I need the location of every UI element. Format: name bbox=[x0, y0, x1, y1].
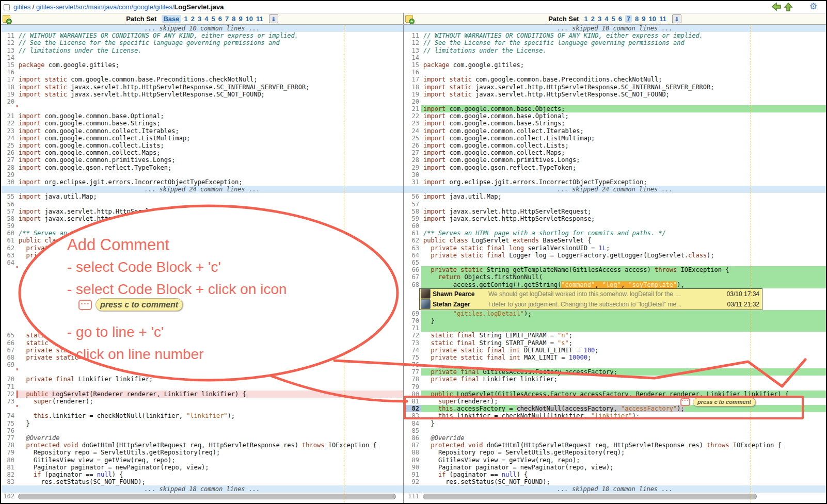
line-number[interactable]: 60 bbox=[404, 222, 421, 230]
line-number[interactable] bbox=[1, 266, 17, 273]
patchset-link[interactable]: 4 bbox=[204, 15, 208, 23]
line-number[interactable]: 18 bbox=[404, 84, 421, 91]
download-patch-icon[interactable] bbox=[269, 14, 278, 23]
patchset-link[interactable]: 5 bbox=[211, 15, 215, 23]
line-number[interactable]: 22 bbox=[404, 112, 421, 120]
patchset-link[interactable]: 3 bbox=[598, 15, 601, 23]
patchset-link[interactable]: 4 bbox=[605, 15, 608, 23]
patchset-link[interactable]: 7 bbox=[225, 15, 229, 23]
breadcrumb-path-link[interactable]: gitiles-servlet/src/main/java/com/google… bbox=[36, 3, 174, 11]
skipped-lines-bar[interactable]: ... skipped 10 common lines ... bbox=[404, 25, 826, 32]
line-number[interactable]: 16 bbox=[1, 69, 17, 76]
line-number[interactable]: 20 bbox=[1, 98, 17, 105]
line-number[interactable]: 30 bbox=[404, 171, 421, 178]
line-number[interactable] bbox=[404, 500, 421, 503]
line-number[interactable]: 60 bbox=[1, 230, 17, 237]
patchset-link[interactable]: 9 bbox=[642, 15, 645, 23]
line-number[interactable]: 12 bbox=[404, 39, 421, 46]
skipped-lines-bar[interactable]: ... skipped 24 common lines ... bbox=[1, 186, 403, 193]
line-number[interactable]: 70 bbox=[1, 376, 17, 383]
line-number[interactable]: 16 bbox=[404, 69, 421, 76]
line-number[interactable]: 31 bbox=[404, 178, 421, 186]
line-number[interactable]: 29 bbox=[1, 171, 17, 178]
line-number[interactable]: 80 bbox=[1, 457, 17, 464]
line-number[interactable]: 67 bbox=[404, 273, 421, 281]
line-number[interactable] bbox=[1, 405, 17, 412]
line-number[interactable]: 27 bbox=[1, 156, 17, 164]
line-number[interactable]: 26 bbox=[1, 149, 17, 156]
line-number[interactable]: 82 bbox=[1, 471, 17, 478]
patchset-link[interactable]: 10 bbox=[246, 15, 253, 23]
line-number[interactable]: 74 bbox=[404, 347, 421, 354]
line-number[interactable]: 75 bbox=[1, 420, 17, 427]
line-number[interactable]: 61 bbox=[404, 230, 421, 237]
line-number[interactable]: 88 bbox=[404, 449, 421, 456]
horizontal-scrollbar-thumb[interactable] bbox=[423, 494, 757, 499]
line-number[interactable]: 71 bbox=[404, 324, 421, 332]
line-number[interactable] bbox=[1, 310, 17, 317]
line-number[interactable]: 73 bbox=[1, 398, 17, 405]
line-number[interactable]: 82 bbox=[404, 405, 421, 412]
line-number[interactable]: 17 bbox=[1, 76, 17, 83]
line-number[interactable]: 11 bbox=[404, 32, 421, 39]
patchset-selected[interactable]: Base bbox=[162, 15, 181, 23]
line-number[interactable]: 80 bbox=[404, 391, 421, 398]
line-number[interactable] bbox=[1, 273, 17, 281]
line-number[interactable]: 58 bbox=[404, 208, 421, 215]
prev-file-arrow-icon[interactable] bbox=[771, 2, 782, 11]
line-number[interactable]: 64 bbox=[404, 252, 421, 259]
line-number[interactable]: 56 bbox=[404, 193, 421, 200]
line-number[interactable]: 79 bbox=[1, 449, 17, 456]
patchset-link[interactable]: 8 bbox=[232, 15, 235, 23]
line-number[interactable]: 57 bbox=[404, 201, 421, 208]
line-number[interactable]: 86 bbox=[404, 434, 421, 442]
file-checkbox[interactable] bbox=[4, 4, 10, 10]
line-number[interactable]: 56 bbox=[1, 201, 17, 208]
patchset-link[interactable]: 3 bbox=[198, 15, 201, 23]
line-number[interactable]: 72 bbox=[404, 332, 421, 339]
line-number[interactable]: 78 bbox=[404, 376, 421, 383]
skipped-lines-bar[interactable]: ... skipped 18 common lines ... bbox=[404, 485, 826, 493]
horizontal-scrollbar-thumb[interactable] bbox=[18, 494, 396, 499]
line-number[interactable]: 14 bbox=[1, 54, 17, 61]
line-number[interactable]: 90 bbox=[404, 464, 421, 471]
line-number[interactable]: 71 bbox=[1, 383, 17, 391]
line-number[interactable]: 76 bbox=[1, 427, 17, 434]
skipped-lines-bar[interactable]: ... skipped 18 common lines ... bbox=[1, 485, 403, 493]
line-number[interactable]: 72 bbox=[1, 391, 17, 398]
skipped-lines-bar[interactable]: ... skipped 10 common lines ... bbox=[1, 25, 403, 32]
line-number[interactable]: 79 bbox=[404, 383, 421, 391]
patchset-link[interactable]: 6 bbox=[618, 15, 622, 23]
settings-gear-icon[interactable] bbox=[809, 2, 820, 11]
patchset-link[interactable]: 1 bbox=[584, 15, 587, 23]
line-number[interactable]: 92 bbox=[404, 478, 421, 485]
line-number[interactable]: 65 bbox=[404, 259, 421, 266]
skipped-lines-bar[interactable]: ... skipped 24 common lines ... bbox=[404, 186, 826, 193]
line-number[interactable]: 65 bbox=[1, 332, 17, 339]
line-number[interactable]: 13 bbox=[404, 47, 421, 54]
patchset-link[interactable]: 11 bbox=[659, 15, 666, 23]
line-number[interactable]: 64 bbox=[1, 259, 17, 266]
patchset-link[interactable]: 6 bbox=[218, 15, 222, 23]
patchset-link[interactable]: 5 bbox=[611, 15, 615, 23]
line-number[interactable]: 11 bbox=[1, 32, 17, 39]
line-number[interactable]: 14 bbox=[404, 54, 421, 61]
line-number[interactable]: 83 bbox=[404, 412, 421, 419]
download-patch-icon[interactable] bbox=[672, 14, 681, 23]
line-number[interactable]: 55 bbox=[1, 193, 17, 200]
line-number[interactable]: 85 bbox=[404, 427, 421, 434]
line-number[interactable]: 13 bbox=[1, 47, 17, 54]
line-number[interactable]: 75 bbox=[404, 354, 421, 361]
line-number[interactable]: 68 bbox=[404, 281, 421, 288]
patchset-link[interactable]: 11 bbox=[256, 15, 263, 23]
line-number[interactable]: 76 bbox=[404, 361, 421, 368]
line-number[interactable] bbox=[1, 317, 17, 324]
line-number[interactable]: 20 bbox=[404, 98, 421, 105]
line-number[interactable] bbox=[1, 281, 17, 288]
add-file-comment-icon[interactable] bbox=[405, 15, 413, 23]
line-number[interactable]: 24 bbox=[1, 135, 17, 142]
line-number[interactable]: 81 bbox=[1, 464, 17, 471]
line-number[interactable]: 63 bbox=[1, 252, 17, 259]
line-number[interactable]: 25 bbox=[404, 135, 421, 142]
line-number[interactable]: 78 bbox=[1, 442, 17, 449]
